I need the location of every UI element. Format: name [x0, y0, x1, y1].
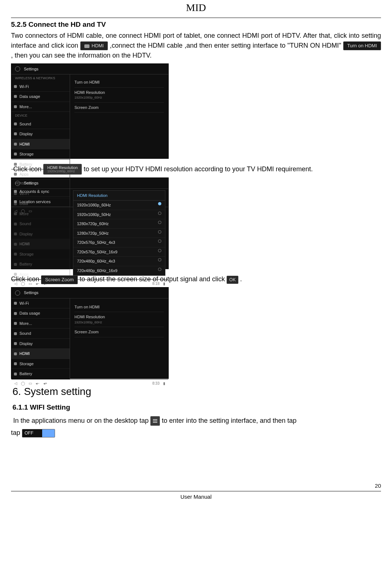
screenshot-hdmi-settings: Settings WIRELESS & NETWORKS Wi-Fi Data …	[11, 63, 381, 159]
section-6-heading: 6. System setting	[12, 384, 381, 399]
row-screen-zoom[interactable]: Screen Zoom	[74, 327, 164, 337]
radio-icon	[158, 221, 161, 224]
para-frag-10: to enter into the setting interface, and…	[162, 417, 296, 424]
radio-icon	[158, 212, 161, 215]
sidebar-item-more[interactable]: More...	[11, 102, 70, 112]
opt-label: 720x576p_50Hz_16x9	[77, 249, 117, 255]
sidebar-item-wifi[interactable]: Wi-Fi	[11, 82, 70, 92]
side-item: Wi-Fi	[11, 189, 70, 199]
resolution-option[interactable]: 720x576p_50Hz_16x9	[73, 248, 165, 257]
sidebar-group-device: DEVICE	[11, 112, 70, 119]
shot3-title: Settings	[24, 290, 39, 296]
row-label: Screen Zoom	[74, 330, 99, 334]
side-item: Storage	[11, 249, 70, 260]
sidebar-item-hdmi[interactable]: HDMI	[11, 139, 70, 150]
para-frag-5: to set up your HDTV HDMI resolution acco…	[84, 165, 313, 172]
para-wifi-setting: In the applications menu or on the deskt…	[13, 416, 381, 426]
wifi-off-toggle: OFF	[22, 429, 55, 437]
row-turn-on-hdmi[interactable]: Turn on HDMI	[74, 77, 164, 88]
resolution-option[interactable]: 720x576p_50Hz_4x3	[73, 238, 165, 248]
side-item: Battery	[11, 259, 70, 270]
row-turn-on-hdmi[interactable]: Turn on HDMI	[74, 302, 164, 312]
row-hdmi-resolution[interactable]: HDMI Resolution 1920x1080p_60Hz	[74, 312, 164, 327]
sidebar-item-battery[interactable]: Battery	[11, 160, 70, 170]
opt-label: 1920x1080p_50Hz	[77, 212, 111, 218]
row-sublabel: 1920x1080p_60Hz	[74, 95, 164, 100]
side-item: Apps	[11, 270, 70, 280]
resolution-option[interactable]: 1280x720p_60Hz	[73, 219, 165, 229]
gear-icon	[15, 181, 20, 186]
screenshot-screen-zoom: Settings Wi-Fi Data usage More... Sound …	[11, 287, 381, 379]
side-item[interactable]: Sound	[11, 329, 70, 339]
screenshot-resolution-list: Settings Wi-Fi Data More Sound Display H…	[11, 177, 381, 269]
para-wifi-tap-off: tap OFF	[11, 428, 381, 438]
toggle-knob	[42, 429, 55, 437]
radio-icon	[158, 202, 161, 205]
gear-icon	[15, 66, 20, 72]
radio-icon	[158, 258, 161, 261]
para-frag-3: , then you can see the information on th…	[11, 52, 152, 59]
shot3-titlebar: Settings	[11, 287, 168, 298]
resolution-option[interactable]: 1920x1080p_50Hz	[73, 210, 165, 220]
opt-label: 720x576p_50Hz_4x3	[77, 239, 115, 246]
ok-button: OK	[227, 276, 238, 284]
para-frag-2: ,connect the HDMI cable ,and then enter …	[110, 42, 341, 49]
section-6-1-1-heading: 6.1.1 WIFI Setting	[12, 402, 381, 413]
shot3-sidebar: Wi-Fi Data usage More... Sound Display H…	[11, 298, 70, 379]
sidebar-item-apps[interactable]: Apps	[11, 169, 70, 180]
side-item: HDMI	[11, 239, 70, 249]
radio-icon	[158, 249, 161, 252]
side-item[interactable]: Display	[11, 339, 70, 349]
side-item[interactable]: Battery	[11, 369, 70, 379]
row-label: HDMI Resolution	[74, 315, 105, 319]
side-item[interactable]: Data usage	[11, 308, 70, 319]
shot1-sidebar: WIRELESS & NETWORKS Wi-Fi Data usage Mor…	[11, 74, 70, 207]
side-item[interactable]: Storage	[11, 359, 70, 369]
row-label: Turn on HDMI	[74, 305, 100, 309]
opt-label: 1280x720p_60Hz	[77, 221, 109, 227]
side-item[interactable]: HDMI	[11, 349, 70, 359]
footer-label: User Manual	[11, 493, 381, 501]
hdmi-icon-button: HDMI	[80, 41, 108, 50]
side-item: Sound	[11, 219, 70, 229]
page-footer: 20 User Manual	[11, 482, 381, 501]
radio-icon	[158, 230, 161, 234]
sidebar-item-sound[interactable]: Sound	[11, 119, 70, 129]
row-sublabel: 1920x1080p_60Hz	[74, 320, 164, 325]
row-label: Turn on HDMI	[74, 80, 100, 84]
row-label: HDMI Resolution	[74, 90, 105, 95]
side-item: Display	[11, 229, 70, 239]
sidebar-group-wireless: WIRELESS & NETWORKS	[11, 74, 70, 82]
row-hdmi-resolution[interactable]: HDMI Resolution 1920x1080p_60Hz	[74, 88, 164, 103]
turn-on-hdmi-button: Turn on HDMI	[343, 41, 381, 50]
resolution-option[interactable]: 720x480p_60Hz_4x3	[73, 257, 165, 266]
para-frag-8: .	[240, 275, 242, 283]
clock-text: 8:33	[153, 381, 160, 386]
gear-icon	[15, 290, 20, 296]
opt-label: 1920x1080p_60Hz	[77, 202, 111, 208]
opt-label: 720x480p_60Hz_16x9	[77, 268, 117, 274]
radio-icon	[158, 239, 161, 243]
shot1-title: Settings	[24, 66, 39, 72]
para-frag-7: to adjust the screen size of output sign…	[80, 275, 227, 283]
dialog-title: HDMI Resolution	[73, 191, 165, 201]
opt-label: 720x480p_60Hz_4x3	[77, 258, 115, 264]
side-item[interactable]: Wi-Fi	[11, 298, 70, 309]
sidebar-item-data-usage[interactable]: Data usage	[11, 92, 70, 102]
settings-icon	[150, 416, 160, 426]
resolution-option[interactable]: 1280x720p_50Hz	[73, 229, 165, 238]
header-rule	[11, 18, 381, 18]
row-screen-zoom[interactable]: Screen Zoom	[74, 103, 164, 113]
off-label: OFF	[22, 429, 42, 437]
para-hdmi-connect: Two connectors of HDMI cable, one connec…	[11, 31, 381, 61]
sidebar-item-storage[interactable]: Storage	[11, 149, 70, 160]
resolution-dialog: HDMI Resolution 1920x1080p_60Hz 1920x108…	[73, 190, 165, 276]
resolution-option[interactable]: 1920x1080p_60Hz	[73, 201, 165, 210]
radio-icon	[158, 268, 161, 271]
side-item[interactable]: More...	[11, 319, 70, 329]
para-frag-9: In the applications menu or on the deskt…	[13, 417, 150, 424]
footer-rule	[11, 491, 381, 491]
shot3-main: Turn on HDMI HDMI Resolution 1920x1080p_…	[70, 298, 168, 379]
page-number: 20	[11, 482, 381, 490]
sidebar-item-display[interactable]: Display	[11, 129, 70, 139]
